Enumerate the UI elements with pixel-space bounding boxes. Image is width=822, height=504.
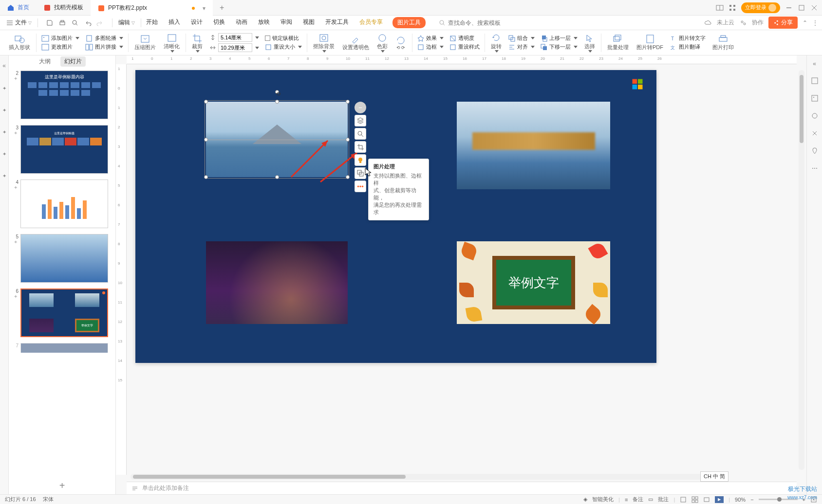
thumb-2[interactable]: 2✦ 这里是举例标题内容	[9, 69, 115, 121]
btn-reset-size[interactable]: 重设大小	[265, 43, 302, 51]
star-icon[interactable]: ✦	[2, 108, 6, 113]
status-beautify[interactable]: 智能美化	[592, 496, 614, 503]
height-field[interactable]	[209, 33, 259, 42]
location-panel-icon[interactable]	[811, 147, 819, 155]
search-input[interactable]	[448, 19, 506, 26]
btn-batch[interactable]: 批量处理	[603, 34, 633, 51]
preview-icon[interactable]	[71, 19, 79, 27]
file-menu[interactable]: 文件 ▽	[4, 18, 34, 27]
tab-picture-tools[interactable]: 图片工具	[392, 17, 426, 28]
btn-insert-shape[interactable]: 插入形状	[5, 34, 34, 51]
zoom-value[interactable]: 90%	[735, 497, 746, 503]
tab-review[interactable]: 审阅	[280, 17, 293, 28]
thumb-5[interactable]: 5✦	[9, 233, 115, 284]
scroll-thumb[interactable]	[133, 475, 406, 479]
horizontal-scrollbar[interactable]	[131, 474, 709, 480]
star-icon[interactable]: ✦	[2, 173, 6, 179]
resize-handle-sw[interactable]	[204, 175, 208, 179]
width-field[interactable]	[209, 43, 259, 52]
slide-stage[interactable]: ⟲ − ••• 图片处理 支持以图换图、边框样 式、创意裁剪等功能，	[135, 70, 656, 363]
thumb-6[interactable]: 6✦ 举例文字	[9, 287, 115, 339]
btn-pic-print[interactable]: 图片打印	[709, 34, 738, 51]
resize-handle-e[interactable]	[346, 138, 350, 142]
lock-ratio-checkbox[interactable]: 锁定纵横比	[265, 35, 302, 42]
float-btn-crop[interactable]	[355, 141, 366, 153]
rotate-handle[interactable]: ⟲	[275, 90, 279, 94]
print-icon[interactable]	[58, 19, 66, 27]
tab-home[interactable]: 首页	[0, 0, 37, 16]
btn-border[interactable]: 边框	[417, 43, 444, 51]
undo-icon[interactable]	[84, 19, 92, 27]
btn-pic-trans[interactable]: 文图片翻译	[670, 43, 706, 51]
cloud-label[interactable]: 未上云	[717, 18, 734, 27]
notes-toggle-icon[interactable]: ≡	[625, 497, 628, 503]
vertical-scrollbar[interactable]	[799, 70, 804, 470]
resize-handle-w[interactable]	[204, 138, 208, 142]
chevron-left-icon[interactable]: «	[813, 60, 816, 67]
coop-label[interactable]: 协作	[752, 18, 764, 27]
tab-current-file[interactable]: PPT教程2.pptx ▾	[91, 0, 213, 16]
btn-clarity[interactable]: 清晰化	[160, 33, 184, 53]
maximize-icon[interactable]	[798, 4, 805, 12]
window-layout-icon[interactable]	[716, 4, 724, 12]
star-icon[interactable]: ✦	[2, 86, 6, 91]
beautify-icon[interactable]: ◈	[583, 496, 587, 503]
view-slideshow-icon[interactable]: ▶	[715, 496, 724, 503]
thumb-3[interactable]: 3✦ 这里是举例标题	[9, 124, 115, 175]
panel-tab-slides[interactable]: 幻灯片	[60, 56, 86, 67]
image-panel-icon[interactable]	[811, 94, 819, 102]
btn-down-layer[interactable]: 下移一层	[541, 43, 578, 51]
btn-combine[interactable]: 组合	[508, 35, 535, 42]
resize-handle-ne[interactable]	[346, 100, 350, 104]
resize-handle-se[interactable]	[346, 175, 350, 179]
view-reading-icon[interactable]	[703, 496, 710, 503]
chevron-left-icon[interactable]: «	[2, 62, 6, 69]
edit-menu[interactable]: 编辑 ▽	[116, 18, 137, 27]
view-normal-icon[interactable]	[680, 496, 687, 503]
status-notes[interactable]: 备注	[633, 496, 643, 503]
login-button[interactable]: 立即登录	[741, 2, 780, 13]
view-sorter-icon[interactable]	[691, 496, 698, 503]
image-city-night[interactable]	[206, 241, 348, 324]
btn-up-layer[interactable]: 上移一层	[541, 35, 578, 42]
dropdown-icon[interactable]: ▾	[203, 5, 206, 12]
redo-icon[interactable]	[96, 19, 104, 27]
collapse-icon[interactable]: ⌃	[803, 19, 807, 26]
resize-handle-s[interactable]	[275, 175, 279, 179]
tab-templates[interactable]: 找稻壳模板	[37, 0, 91, 16]
tab-start[interactable]: 开始	[145, 17, 159, 28]
image-autumn-lake[interactable]	[457, 102, 610, 189]
zoom-out-icon[interactable]: −	[750, 497, 753, 503]
comment-toggle-icon[interactable]: ▭	[648, 496, 653, 503]
tab-member[interactable]: 会员专享	[358, 17, 384, 28]
btn-reset-style[interactable]: 重设样式	[449, 43, 480, 51]
cloud-icon[interactable]	[704, 19, 712, 27]
thumb-4[interactable]: 4✦	[9, 178, 115, 230]
resize-handle-n[interactable]	[275, 100, 279, 104]
btn-change-pic[interactable]: 更改图片	[41, 43, 79, 51]
tab-animation[interactable]: 动画	[235, 17, 248, 28]
save-icon[interactable]	[46, 19, 54, 27]
apps-icon[interactable]	[729, 4, 736, 12]
btn-add-pic[interactable]: 添加图片	[41, 35, 79, 42]
float-btn-zoom[interactable]	[355, 128, 366, 140]
star-icon[interactable]: ✦	[2, 129, 6, 135]
panel-tab-outline[interactable]: 大纲	[39, 57, 51, 66]
selected-image[interactable]: ⟲	[206, 102, 348, 177]
btn-color[interactable]: 色彩	[373, 33, 392, 53]
btn-trans[interactable]: 透明度	[449, 35, 480, 42]
tab-view[interactable]: 视图	[302, 17, 316, 28]
thumb-7[interactable]: 7	[9, 342, 115, 354]
float-btn-more[interactable]: •••	[355, 180, 366, 192]
more-panel-icon[interactable]	[811, 164, 819, 172]
tab-developer[interactable]: 开发工具	[324, 17, 350, 28]
btn-effect[interactable]: 效果	[417, 35, 444, 42]
more-icon[interactable]: ⋮	[812, 19, 818, 26]
image-chalkboard[interactable]: 举例文字	[457, 241, 610, 324]
float-btn-minus[interactable]: −	[355, 102, 366, 113]
btn-pic2pdf[interactable]: 图片转PDF	[633, 34, 667, 51]
thumbs-list[interactable]: 2✦ 这里是举例标题内容 3✦ 这里是举例标题 4✦ 5✦ 6✦	[9, 67, 115, 477]
add-slide-button[interactable]: +	[9, 477, 115, 494]
scroll-thumb[interactable]	[800, 75, 803, 143]
notes-pane[interactable]: 单击此处添加备注	[127, 482, 797, 494]
